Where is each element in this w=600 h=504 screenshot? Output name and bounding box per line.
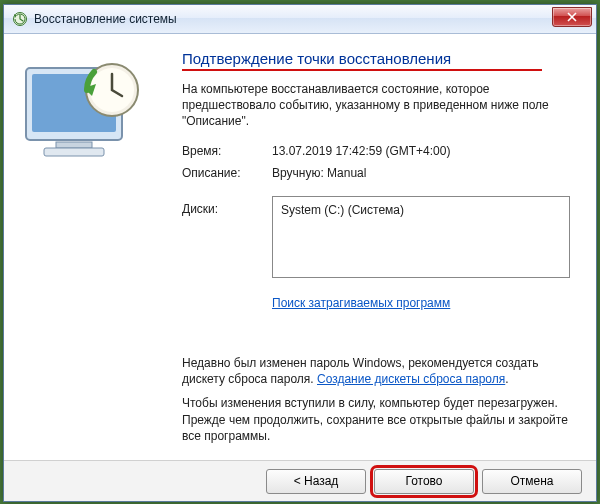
disks-list: System (C:) (Система) — [272, 196, 570, 278]
scan-link-text[interactable]: Поиск затрагиваемых программ — [272, 296, 450, 310]
time-value: 13.07.2019 17:42:59 (GMT+4:00) — [272, 144, 450, 158]
svg-rect-4 — [44, 148, 104, 156]
restore-monitor-icon — [20, 54, 150, 164]
description-value: Вручную: Manual — [272, 166, 366, 180]
disk-item: System (C:) (Система) — [281, 203, 404, 217]
left-column — [20, 48, 170, 452]
app-icon — [12, 11, 28, 27]
create-password-disk-link[interactable]: Создание дискеты сброса пароля — [317, 372, 505, 386]
restart-warning: Чтобы изменения вступили в силу, компьют… — [182, 395, 580, 444]
time-label: Время: — [182, 144, 272, 158]
heading-underline — [182, 69, 542, 71]
right-column: Подтверждение точки восстановления На ко… — [182, 48, 580, 452]
disks-label: Диски: — [182, 196, 272, 278]
dialog-body: Подтверждение точки восстановления На ко… — [4, 34, 596, 460]
back-button[interactable]: < Назад — [266, 469, 366, 494]
close-icon — [567, 12, 577, 22]
description-row: Описание: Вручную: Manual — [182, 166, 580, 180]
close-button[interactable] — [552, 7, 592, 27]
window-title: Восстановление системы — [34, 12, 177, 26]
notes-section: Недавно был изменен пароль Windows, реко… — [182, 355, 580, 452]
finish-button[interactable]: Готово — [374, 469, 474, 494]
title-bar[interactable]: Восстановление системы — [4, 5, 596, 34]
disks-row: Диски: System (C:) (Система) — [182, 196, 580, 278]
password-note: Недавно был изменен пароль Windows, реко… — [182, 355, 580, 387]
cancel-button[interactable]: Отмена — [482, 469, 582, 494]
page-heading: Подтверждение точки восстановления — [182, 50, 580, 67]
system-restore-window: Восстановление системы Подтверждение точ… — [3, 4, 597, 502]
button-bar: < Назад Готово Отмена — [4, 460, 596, 501]
description-label: Описание: — [182, 166, 272, 180]
intro-text: На компьютере восстанавливается состояни… — [182, 81, 562, 130]
scan-affected-programs-link[interactable]: Поиск затрагиваемых программ — [272, 296, 580, 310]
time-row: Время: 13.07.2019 17:42:59 (GMT+4:00) — [182, 144, 580, 158]
svg-rect-3 — [56, 142, 92, 148]
